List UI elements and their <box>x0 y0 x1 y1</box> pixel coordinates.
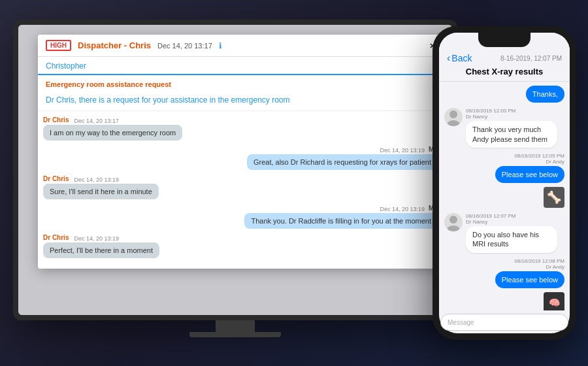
dialog-title: Dispatcher - Chris <box>78 41 151 50</box>
description-text: Dr Chris, there is a request for your as… <box>46 95 290 105</box>
pmsg-content-5: 08/16/2019 12:08 PMDr Andy Please see be… <box>495 258 564 310</box>
pmsg-4: 08/16/2019 12:07 PMDr Nancy Do you also … <box>444 213 564 253</box>
time-2: Dec 14, 20 13:19 <box>380 147 425 154</box>
dialog-header-left: HIGH Dispatcher - Chris Dec 14, 20 13:17… <box>46 40 222 51</box>
xray-icon: 🦴 <box>547 190 561 205</box>
mri-icon: 🧠 <box>549 297 560 308</box>
pmsg-bubble-1: Thanks, <box>526 86 564 103</box>
time-3: Dec 14, 20 13:19 <box>74 176 119 183</box>
avatar-2 <box>444 108 463 126</box>
subject-label: Emergency room assistance request <box>46 80 171 88</box>
time-1: Dec 14, 20 13:17 <box>74 118 119 124</box>
phone-chat-title: Chest X-ray results <box>466 67 544 76</box>
pmsg-bubble-5: Please see below <box>495 271 564 288</box>
message-4: Dec 14, 20 13:19 Me Thank you. Dr Radcli… <box>43 205 438 229</box>
pmsg-bubble-2: Thank you very much Andy please send the… <box>466 121 557 148</box>
phone-body: ‹ Back 8-16-2019, 12:07 PM Chest X-ray r… <box>433 26 576 340</box>
time-4: Dec 14, 20 13:19 <box>380 206 425 212</box>
pmsg-3: 08/16/2019 12:05 PMDr Andy Please see be… <box>444 153 564 208</box>
high-badge: HIGH <box>46 40 71 51</box>
pmsg-content-1: Thanks, <box>526 86 564 103</box>
svg-point-0 <box>449 110 457 118</box>
pmsg-content-4: 08/16/2019 12:07 PMDr Nancy Do you also … <box>466 213 557 253</box>
dialog-box: HIGH Dispatcher - Chris Dec 14, 20 13:17… <box>38 35 443 269</box>
pmsg-1: Thanks, <box>444 86 564 103</box>
monitor-body: HIGH Dispatcher - Chris Dec 14, 20 13:17… <box>13 20 457 320</box>
message-5: Dr Chris Dec 14, 20 13:19 Perfect, I'll … <box>43 234 438 258</box>
message-3: Dr Chris Dec 14, 20 13:19 Sure, I'll sen… <box>43 175 438 199</box>
message-1: Dr Chris Dec 14, 20 13:17 I am on my way… <box>43 116 438 141</box>
pmsg-meta-4: 08/16/2019 12:07 PMDr Nancy <box>466 213 557 225</box>
phone: ‹ Back 8-16-2019, 12:07 PM Chest X-ray r… <box>433 26 576 340</box>
svg-point-1 <box>447 120 460 126</box>
dialog-header: HIGH Dispatcher - Chris Dec 14, 20 13:17… <box>38 35 443 57</box>
monitor: HIGH Dispatcher - Chris Dec 14, 20 13:17… <box>13 20 457 337</box>
svg-point-2 <box>449 216 457 224</box>
sender-1: Dr Chris <box>43 116 69 124</box>
back-label: Back <box>451 53 472 63</box>
sender-5: Dr Chris <box>43 234 69 241</box>
message-2: Dec 14, 20 13:19 Me Great, also Dr Richa… <box>43 146 438 170</box>
dialog-date: Dec 14, 20 13:17 <box>157 42 212 50</box>
mri-image: 🧠 <box>544 292 564 310</box>
back-chevron-icon: ‹ <box>447 52 450 64</box>
dialog-subtitle: Christopher <box>38 57 443 75</box>
time-5: Dec 14, 20 13:19 <box>74 235 119 242</box>
pmsg-5: 08/16/2019 12:08 PMDr Andy Please see be… <box>444 258 564 310</box>
bubble-5: Perfect, I'll be there in a moment <box>43 242 159 258</box>
back-button[interactable]: ‹ Back <box>447 52 472 64</box>
message-placeholder: Message <box>448 319 474 326</box>
screen-content: HIGH Dispatcher - Chris Dec 14, 20 13:17… <box>18 25 452 315</box>
pmsg-content-3: 08/16/2019 12:05 PMDr Andy Please see be… <box>495 153 564 208</box>
bubble-1: I am on my way to the emergency room <box>43 125 182 141</box>
pmsg-bubble-3: Please see below <box>495 166 564 183</box>
monitor-base <box>189 332 281 337</box>
bubble-3: Sure, I'll send it here in a minute <box>43 184 159 199</box>
phone-notch <box>478 33 531 47</box>
info-icon: ℹ <box>219 41 222 50</box>
monitor-neck <box>216 320 255 332</box>
dialog-description: Dr Chris, there is a request for your as… <box>38 91 443 111</box>
messages-area[interactable]: Dr Chris Dec 14, 20 13:17 I am on my way… <box>38 111 443 269</box>
pmsg-2: 08/16/2019 12:03 PMDr Nancy Thank you ve… <box>444 108 564 148</box>
phone-messages-area[interactable]: Thanks, 08/16/2019 12:03 PMDr Nancy Than… <box>439 82 570 310</box>
recipient-name: Christopher <box>46 61 86 71</box>
phone-time: 8-16-2019, 12:07 PM <box>500 55 562 62</box>
dialog-subject: Emergency room assistance request <box>38 75 443 91</box>
pmsg-meta-2: 08/16/2019 12:03 PMDr Nancy <box>466 108 557 120</box>
bubble-2: Great, also Dr Richard is requesting for… <box>247 154 438 170</box>
pmsg-meta-5: 08/16/2019 12:08 PMDr Andy <box>495 258 564 270</box>
avatar-4 <box>444 213 463 231</box>
bubble-4: Thank you. Dr Radcliffe is filling in fo… <box>244 213 438 229</box>
pmsg-meta-3: 08/16/2019 12:05 PMDr Andy <box>495 153 564 165</box>
phone-screen: ‹ Back 8-16-2019, 12:07 PM Chest X-ray r… <box>439 33 570 333</box>
xray-image: 🦴 <box>544 187 564 208</box>
svg-point-3 <box>447 225 460 231</box>
pmsg-content-2: 08/16/2019 12:03 PMDr Nancy Thank you ve… <box>466 108 557 148</box>
monitor-screen: HIGH Dispatcher - Chris Dec 14, 20 13:17… <box>18 25 452 315</box>
sender-3: Dr Chris <box>43 175 69 182</box>
message-input-bar[interactable]: Message <box>440 314 568 331</box>
pmsg-bubble-4: Do you also have his MRI results <box>466 226 557 253</box>
